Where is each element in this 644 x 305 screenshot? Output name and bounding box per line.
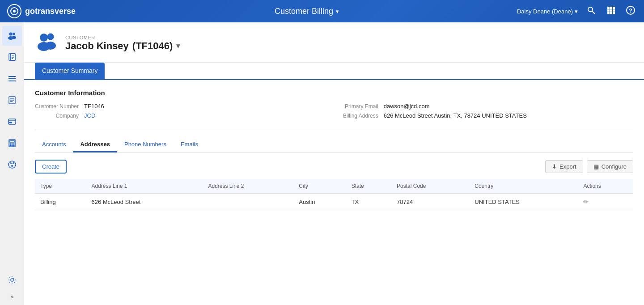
svg-rect-26 bbox=[8, 78, 16, 79]
help-icon[interactable]: ? bbox=[624, 4, 637, 19]
toolbar: Create ⬇ Export ▦ Configure bbox=[35, 160, 633, 174]
sub-tab-addresses[interactable]: Addresses bbox=[73, 137, 117, 152]
sub-tabs: Accounts Addresses Phone Numbers Emails bbox=[35, 137, 633, 152]
addresses-table: Type Address Line 1 Address Line 2 City … bbox=[35, 179, 633, 210]
col-address-line2: Address Line 2 bbox=[203, 179, 293, 194]
svg-rect-36 bbox=[10, 140, 14, 142]
app-logo[interactable]: gotransverse bbox=[7, 4, 97, 18]
sidebar-item-customers[interactable] bbox=[2, 26, 22, 46]
svg-rect-6 bbox=[613, 7, 615, 9]
search-icon[interactable] bbox=[585, 4, 597, 19]
svg-rect-11 bbox=[610, 12, 612, 14]
svg-point-38 bbox=[12, 144, 13, 144]
svg-text:?: ? bbox=[629, 7, 632, 14]
cell-state: TX bbox=[346, 194, 391, 210]
svg-point-15 bbox=[9, 33, 12, 36]
col-state: State bbox=[346, 179, 391, 194]
svg-rect-9 bbox=[613, 9, 615, 12]
main-tab-row: Customer Summary bbox=[24, 63, 644, 80]
nav-user[interactable]: Daisy Deane (Deane) ▾ bbox=[517, 8, 578, 15]
svg-rect-25 bbox=[8, 76, 16, 77]
svg-point-45 bbox=[13, 162, 14, 164]
sidebar-item-calculator[interactable] bbox=[2, 133, 22, 153]
svg-point-41 bbox=[12, 145, 13, 146]
sidebar-item-billing[interactable] bbox=[2, 112, 22, 131]
table-row: Billing 626 McLeod Street Austin TX 7872… bbox=[35, 194, 633, 210]
export-icon: ⬇ bbox=[552, 163, 557, 170]
nav-user-arrow: ▾ bbox=[575, 8, 578, 15]
billing-address-value: 626 McLeod Street Austin, TX, 78724 UNIT… bbox=[384, 112, 633, 119]
customer-info: CUSTOMER Jacob Kinsey (TF1046) ▾ bbox=[65, 35, 180, 52]
col-postal-code: Postal Code bbox=[391, 179, 469, 194]
sub-tab-accounts[interactable]: Accounts bbox=[35, 137, 73, 152]
create-button[interactable]: Create bbox=[35, 160, 67, 174]
svg-point-43 bbox=[8, 161, 16, 168]
cell-actions: ✏ bbox=[578, 194, 633, 210]
toolbar-right: ⬇ Export ▦ Configure bbox=[545, 160, 633, 173]
sidebar: » bbox=[0, 22, 24, 305]
col-type: Type bbox=[35, 179, 86, 194]
sidebar-item-notes[interactable] bbox=[2, 90, 22, 110]
company-label: Company bbox=[35, 112, 79, 119]
sub-tab-emails[interactable]: Emails bbox=[174, 137, 205, 152]
sidebar-item-documents[interactable] bbox=[2, 47, 22, 67]
svg-point-51 bbox=[45, 42, 56, 50]
tab-customer-summary[interactable]: Customer Summary bbox=[35, 63, 105, 80]
col-actions: Actions bbox=[578, 179, 633, 194]
primary-email-value: dawson@jcd.com bbox=[384, 103, 633, 110]
company-value[interactable]: JCD bbox=[84, 112, 325, 119]
cell-address-line2 bbox=[203, 194, 293, 210]
svg-point-37 bbox=[10, 144, 11, 144]
info-right: Primary Email dawson@jcd.com Billing Add… bbox=[343, 103, 633, 119]
svg-point-46 bbox=[11, 165, 13, 167]
customer-id: (TF1046) bbox=[132, 40, 173, 52]
svg-point-1 bbox=[13, 10, 16, 13]
nav-title[interactable]: Customer Billing ▾ bbox=[275, 7, 339, 16]
customer-number-label: Customer Number bbox=[35, 103, 79, 110]
cell-type: Billing bbox=[35, 194, 86, 210]
svg-rect-27 bbox=[8, 80, 16, 81]
sidebar-expand[interactable]: » bbox=[8, 292, 15, 301]
sidebar-item-list[interactable] bbox=[2, 69, 22, 89]
nav-title-arrow: ▾ bbox=[336, 8, 339, 15]
customer-name: Jacob Kinsey (TF1046) ▾ bbox=[65, 40, 180, 52]
cell-postal-code: 78724 bbox=[391, 194, 469, 210]
svg-rect-7 bbox=[607, 9, 610, 12]
edit-icon[interactable]: ✏ bbox=[583, 198, 589, 205]
sub-tab-phone-numbers[interactable]: Phone Numbers bbox=[117, 137, 174, 152]
billing-address-label: Billing Address bbox=[343, 112, 378, 119]
section-title: Customer Information bbox=[35, 89, 633, 97]
customer-full-name: Jacob Kinsey bbox=[65, 40, 129, 52]
configure-button[interactable]: ▦ Configure bbox=[587, 160, 633, 173]
section-divider bbox=[35, 130, 633, 130]
export-button[interactable]: ⬇ Export bbox=[545, 160, 583, 173]
customer-number-value: TF1046 bbox=[84, 103, 325, 110]
svg-point-49 bbox=[47, 34, 54, 40]
svg-point-2 bbox=[588, 7, 593, 12]
primary-email-label: Primary Email bbox=[343, 103, 378, 110]
svg-rect-34 bbox=[9, 122, 12, 123]
cell-city: Austin bbox=[293, 194, 346, 210]
sidebar-item-palette[interactable] bbox=[2, 155, 22, 174]
customer-dropdown-arrow[interactable]: ▾ bbox=[176, 42, 180, 50]
nav-user-name: Daisy Deane (Deane) bbox=[517, 8, 573, 15]
customer-header: CUSTOMER Jacob Kinsey (TF1046) ▾ bbox=[24, 22, 644, 63]
customer-label: CUSTOMER bbox=[65, 35, 180, 40]
grid-icon[interactable] bbox=[605, 4, 617, 19]
col-country: Country bbox=[469, 179, 578, 194]
cell-address-line1: 626 McLeod Street bbox=[86, 194, 203, 210]
sidebar-item-settings[interactable] bbox=[2, 270, 22, 290]
svg-point-16 bbox=[13, 33, 15, 35]
configure-label: Configure bbox=[602, 163, 627, 170]
svg-point-48 bbox=[40, 34, 48, 42]
page-content: Customer Information Customer Number TF1… bbox=[24, 80, 644, 219]
svg-point-18 bbox=[12, 36, 16, 39]
nav-title-text: Customer Billing bbox=[275, 7, 333, 16]
svg-rect-8 bbox=[610, 9, 612, 12]
svg-rect-4 bbox=[607, 7, 610, 9]
svg-rect-10 bbox=[607, 12, 610, 14]
col-city: City bbox=[293, 179, 346, 194]
customer-info-grid: Customer Number TF1046 Company JCD Prima… bbox=[35, 103, 633, 119]
col-address-line1: Address Line 1 bbox=[86, 179, 203, 194]
main-content: CUSTOMER Jacob Kinsey (TF1046) ▾ Custome… bbox=[24, 22, 644, 305]
